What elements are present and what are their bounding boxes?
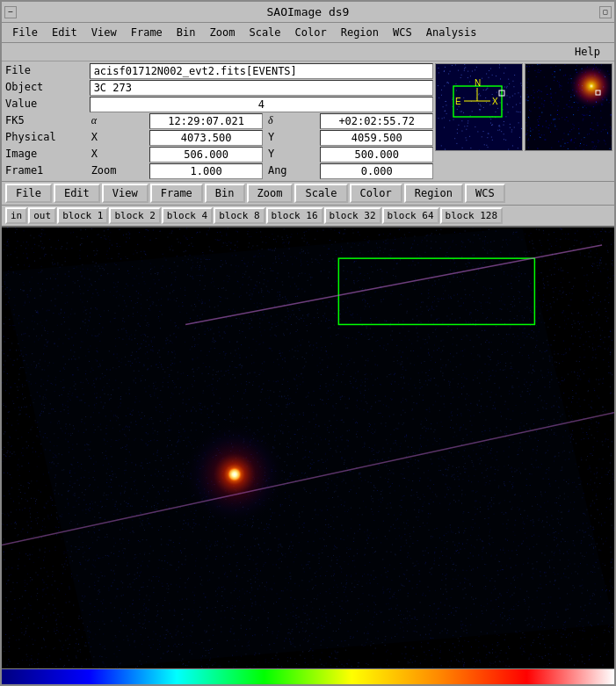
toolbar-wcs[interactable]: WCS	[465, 184, 505, 203]
menu-view[interactable]: View	[84, 25, 124, 40]
zoom-bar: in out block 1 block 2 block 4 block 8 b…	[2, 206, 614, 227]
zoom-in[interactable]: in	[5, 207, 27, 224]
file-value: acisf01712N002_evt2.fits[EVENTS]	[90, 63, 433, 79]
title-bar-left-controls: ─	[4, 6, 17, 18]
menu-bin[interactable]: Bin	[170, 25, 203, 40]
zoom-value: 1.000	[149, 163, 263, 179]
toolbar: File Edit View Frame Bin Zoom Scale Colo…	[2, 182, 614, 206]
menu-edit[interactable]: Edit	[45, 25, 84, 40]
file-label: File	[4, 63, 86, 79]
menu-scale[interactable]: Scale	[242, 25, 287, 40]
main-display[interactable]	[2, 227, 614, 668]
menu-zoom[interactable]: Zoom	[203, 25, 243, 40]
ix-value: 506.000	[149, 147, 263, 162]
toolbar-bin[interactable]: Bin	[205, 184, 245, 203]
toolbar-frame[interactable]: Frame	[150, 184, 203, 203]
menu-file[interactable]: File	[5, 25, 45, 40]
px-value: 4073.500	[149, 130, 263, 146]
zoom-block8[interactable]: block 8	[214, 207, 265, 224]
toolbar-zoom[interactable]: Zoom	[247, 184, 294, 203]
zoom-block64[interactable]: block 64	[382, 207, 439, 224]
alpha-value: 12:29:07.021	[149, 113, 263, 129]
zoom-block4[interactable]: block 4	[162, 207, 213, 224]
image-label: Image	[4, 147, 86, 162]
zoom-block16[interactable]: block 16	[266, 207, 323, 224]
zoom-label: Zoom	[90, 163, 147, 179]
zoom-block2[interactable]: block 2	[109, 207, 160, 224]
zoom-block128[interactable]: block 128	[440, 207, 504, 224]
menu-bar: File Edit View Frame Bin Zoom Scale Colo…	[2, 23, 614, 43]
toolbar-view[interactable]: View	[102, 184, 149, 203]
info-panel: File acisf01712N002_evt2.fits[EVENTS] Ob…	[2, 61, 614, 182]
colorbar	[2, 668, 614, 684]
menu-help[interactable]: Help	[568, 44, 607, 60]
delta-value: +02:02:55.72	[320, 113, 433, 129]
py-value: 4059.500	[320, 130, 433, 146]
toolbar-file[interactable]: File	[5, 184, 52, 203]
zoom-block32[interactable]: block 32	[324, 207, 381, 224]
mini-canvas-heatmap	[525, 63, 612, 151]
iy-value: 500.000	[320, 147, 433, 162]
title-bar: ─ SAOImage ds9 □	[2, 2, 614, 23]
toolbar-color[interactable]: Color	[350, 184, 402, 203]
menu-wcs[interactable]: WCS	[386, 25, 419, 40]
frame-label: Frame1	[4, 163, 86, 179]
alpha-symbol: α	[90, 113, 147, 129]
toolbar-edit[interactable]: Edit	[54, 184, 100, 203]
main-window: ─ SAOImage ds9 □ File Edit View Frame Bi…	[0, 0, 616, 686]
menu-analysis[interactable]: Analysis	[419, 25, 484, 40]
window-title: SAOImage ds9	[17, 5, 599, 18]
px-label: X	[90, 130, 147, 146]
iy-label: Y	[266, 147, 317, 162]
menu-color[interactable]: Color	[288, 25, 334, 40]
py-label: Y	[266, 130, 317, 146]
mini-previews	[435, 63, 612, 179]
info-grid: File acisf01712N002_evt2.fits[EVENTS] Ob…	[4, 63, 433, 179]
delta-symbol: δ	[266, 113, 317, 129]
zoom-block1[interactable]: block 1	[57, 207, 108, 224]
physical-label: Physical	[4, 130, 86, 146]
title-bar-right-controls: □	[599, 6, 612, 18]
main-canvas[interactable]	[2, 227, 614, 668]
menu-region[interactable]: Region	[334, 25, 386, 40]
minimize-button[interactable]: ─	[4, 6, 17, 18]
help-row: Help	[2, 43, 614, 61]
value-label: Value	[4, 97, 86, 112]
fk5-label: FK5	[4, 113, 86, 129]
ang-label: Ang	[266, 163, 317, 179]
object-value: 3C 273	[90, 80, 433, 96]
value-value: 4	[90, 97, 433, 112]
object-label: Object	[4, 80, 86, 96]
menu-frame[interactable]: Frame	[124, 25, 170, 40]
toolbar-region[interactable]: Region	[404, 184, 463, 203]
ix-label: X	[90, 147, 147, 162]
mini-canvas-outline	[435, 63, 523, 151]
ang-value: 0.000	[320, 163, 433, 179]
maximize-button[interactable]: □	[599, 6, 612, 18]
toolbar-scale[interactable]: Scale	[294, 184, 347, 203]
zoom-out[interactable]: out	[28, 207, 56, 224]
